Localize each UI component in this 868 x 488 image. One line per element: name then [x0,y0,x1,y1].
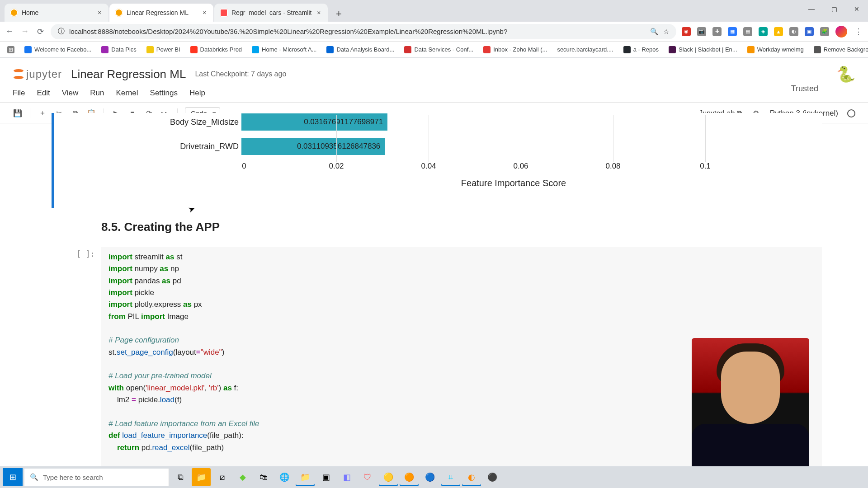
tab-label: Linear Regression ML [127,9,197,16]
markdown-heading-cell[interactable]: 8.5. Creating the APP [101,220,822,234]
taskbar-app[interactable]: 🔵 [420,468,439,486]
apps-button[interactable]: ⊞ [5,44,17,55]
notebook-title[interactable]: Linear Regression ML [71,67,186,81]
kebab-menu-icon[interactable]: ⋮ [854,27,863,37]
browser-tab-home[interactable]: Home × [5,4,108,22]
taskbar-app[interactable]: ◆ [233,468,252,486]
bar-value: 0.03167691177698971 [304,117,383,127]
axis-tick: 0.08 [605,162,620,171]
save-icon[interactable]: 💾 [13,108,23,118]
bookmark-item[interactable]: Databricks Prod [188,44,245,55]
taskbar-app[interactable]: 🛡 [358,468,377,486]
tab-label: Home [22,9,92,16]
ext-icon[interactable]: ✚ [712,27,722,36]
menu-file[interactable]: File [13,89,25,98]
section-heading: 8.5. Creating the APP [101,220,822,234]
jupyter-logo[interactable]: jupyter [13,68,62,80]
axis-tick: 0.02 [329,162,344,171]
close-tab-icon[interactable]: × [201,9,208,16]
bookmark-item[interactable]: Data Analysis Board... [324,44,397,55]
windows-taskbar: ⊞ 🔍 Type here to search ⧉ 📁 ⧄ ◆ 🛍 🌐 📁 ▣ … [0,466,868,488]
minimize-button[interactable]: — [800,0,823,18]
taskbar-app[interactable]: 📁 [192,468,211,486]
start-button[interactable]: ⊞ [3,468,23,486]
bookmark-item[interactable]: Welcome to Facebo... [22,44,94,55]
ext-icon[interactable]: ▲ [774,27,783,36]
taskbar-app[interactable]: 🟠 [400,468,419,486]
extensions-puzzle-icon[interactable]: 🧩 [820,27,829,36]
file-explorer-icon[interactable]: 📁 [296,468,315,486]
tab-label: Regr_model_cars · Streamlit [231,9,311,16]
taskbar-app[interactable]: 🛍 [254,468,273,486]
search-placeholder: Type here to search [43,474,103,481]
kernel-status-icon[interactable] [847,109,855,117]
bar-label: Body Size_Midsize [70,117,241,127]
browser-tab-streamlit[interactable]: Regr_model_cars · Streamlit × [214,4,328,22]
chrome-icon[interactable]: 🟡 [379,468,398,486]
site-info-icon[interactable]: ⓘ [58,27,65,36]
streamlit-favicon [220,9,228,17]
ext-icon[interactable]: ▣ [805,27,814,36]
ext-icon[interactable]: ◉ [682,27,691,36]
taskbar-search[interactable]: 🔍 Type here to search [24,469,169,486]
taskbar-app[interactable]: ⧄ [212,468,231,486]
bookmark-item[interactable]: Inbox - Zoho Mail (... [481,44,550,55]
axis-title: Feature Importance Score [205,178,822,188]
menu-run[interactable]: Run [90,89,104,98]
bookmark-item[interactable]: a - Repos [621,44,661,55]
axis-tick: 0.06 [513,162,528,171]
ext-icon[interactable]: 📷 [697,27,706,36]
menu-settings[interactable]: Settings [150,89,178,98]
back-icon[interactable]: ← [5,27,14,36]
taskbar-app[interactable]: ◧ [337,468,356,486]
axis-tick: 0.04 [421,162,436,171]
close-tab-icon[interactable]: × [315,9,322,16]
new-tab-button[interactable]: + [331,7,346,22]
taskbar-app[interactable]: ◐ [462,468,481,486]
reload-icon[interactable]: ⟳ [35,27,45,37]
close-tab-icon[interactable]: × [96,9,103,16]
zoom-icon[interactable]: 🔍 [650,28,659,36]
star-icon[interactable]: ☆ [663,28,669,36]
menu-view[interactable]: View [62,89,79,98]
close-window-button[interactable]: ✕ [845,0,868,18]
forward-icon[interactable]: → [20,27,30,36]
bookmark-item[interactable]: Power BI [144,44,183,55]
ext-icon[interactable]: ◐ [789,27,798,36]
jupyter-orb-icon [13,68,24,80]
task-view-icon[interactable]: ⧉ [171,468,190,486]
trusted-status[interactable]: Trusted [791,84,818,94]
taskbar-app[interactable]: ▣ [316,468,335,486]
url-text: localhost:8888/notebooks/Desktop/2024%20… [69,28,646,35]
vscode-icon[interactable]: ⌗ [441,468,460,486]
address-bar: ← → ⟳ ⓘ localhost:8888/notebooks/Desktop… [0,22,868,42]
input-prompt: [ ]: [52,247,101,482]
bookmark-item[interactable]: Home - Microsoft A... [249,44,319,55]
menu-edit[interactable]: Edit [37,89,50,98]
bookmark-item[interactable]: Slack | Slackbot | En... [666,44,740,55]
jupyter-favicon [10,9,18,17]
ext-icon[interactable]: ▦ [728,27,737,36]
axis-tick: 0.1 [700,162,711,171]
menu-kernel[interactable]: Kernel [116,89,138,98]
webcam-overlay [692,338,809,474]
taskbar-app[interactable]: 🌐 [275,468,294,486]
menu-help[interactable]: Help [189,89,205,98]
browser-tab-notebook[interactable]: Linear Regression ML × [109,4,213,22]
python-logo-icon: 🐍 [836,65,855,83]
bookmark-item[interactable]: Data Services - Conf... [401,44,476,55]
bookmark-item[interactable]: secure.barclaycard.... [554,44,616,55]
add-cell-icon[interactable]: ＋ [38,108,47,118]
jupyter-wordmark: jupyter [26,68,62,80]
profile-avatar[interactable] [835,26,847,38]
taskbar-app[interactable]: ⚫ [483,468,502,486]
maximize-button[interactable]: ▢ [823,0,845,18]
bookmark-item[interactable]: Remove Backgroun... [811,44,868,55]
url-box[interactable]: ⓘ localhost:8888/notebooks/Desktop/2024%… [51,24,676,39]
window-controls: — ▢ ✕ [800,0,868,18]
ext-icon[interactable]: ◈ [759,27,768,36]
ext-icon[interactable]: ▤ [743,27,752,36]
axis-tick: 0 [242,162,246,171]
bookmark-item[interactable]: Workday wmeimg [745,44,807,55]
bookmark-item[interactable]: Data Pics [99,44,139,55]
